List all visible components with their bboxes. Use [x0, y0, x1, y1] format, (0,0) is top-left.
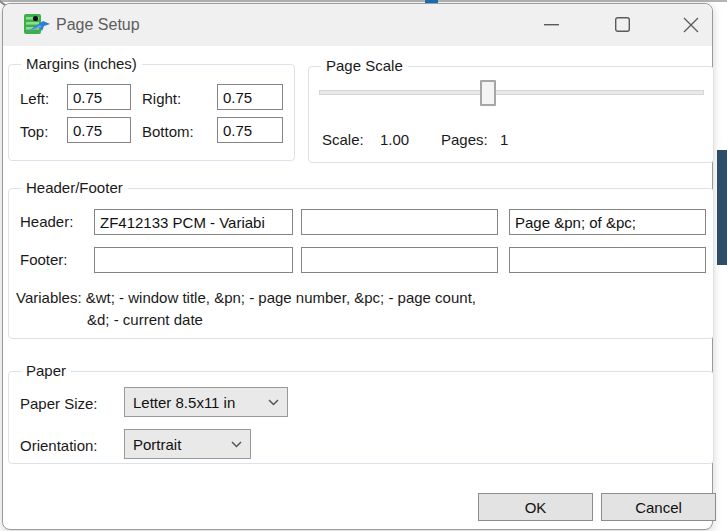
maximize-button[interactable] [599, 4, 645, 45]
footer-field-2[interactable] [301, 247, 498, 273]
minimize-button[interactable] [528, 4, 574, 45]
margin-right-input[interactable] [217, 84, 283, 110]
pages-value: 1 [500, 129, 508, 151]
margin-bottom-input[interactable] [217, 117, 283, 143]
pages-label: Pages: [441, 129, 488, 151]
orientation-selected-value: Portrait [133, 436, 181, 453]
margin-bottom-label: Bottom: [142, 121, 194, 143]
header-field-3[interactable] [509, 209, 706, 235]
header-label: Header: [20, 211, 73, 233]
page-scale-slider-track[interactable] [319, 90, 704, 95]
variables-help-line1: Variables: &wt; - window title, &pn; - p… [16, 287, 476, 309]
margin-right-label: Right: [142, 88, 181, 110]
page-scale-slider-thumb[interactable] [480, 80, 496, 106]
scale-label: Scale: [322, 129, 364, 151]
ok-button[interactable]: OK [478, 493, 593, 521]
margins-group: Margins (inches) [8, 64, 295, 161]
chevron-down-icon [268, 399, 279, 406]
paper-group: Paper [8, 371, 714, 464]
paper-group-legend: Paper [21, 361, 71, 381]
paper-size-label: Paper Size: [20, 393, 98, 415]
footer-field-1[interactable] [94, 247, 293, 273]
footer-label: Footer: [20, 249, 68, 271]
margin-top-input[interactable] [67, 117, 131, 143]
orientation-dropdown[interactable]: Portrait [124, 429, 251, 459]
footer-field-3[interactable] [509, 247, 706, 273]
page-setup-dialog: Page Setup Margins (inches) Left: Right:… [2, 3, 713, 530]
background-window-edge [0, 0, 727, 2]
margin-left-input[interactable] [67, 84, 131, 110]
margin-left-label: Left: [20, 88, 49, 110]
close-button[interactable] [669, 4, 712, 45]
header-footer-group-legend: Header/Footer [21, 178, 128, 198]
paper-size-selected-value: Letter 8.5x11 in [133, 394, 235, 411]
minimize-icon [544, 24, 559, 26]
page-scale-slider[interactable] [319, 80, 704, 106]
margin-top-label: Top: [20, 121, 48, 143]
variables-help-line2: &d; - current date [87, 309, 203, 331]
cancel-button[interactable]: Cancel [601, 493, 716, 521]
scale-value: 1.00 [380, 129, 409, 151]
page-setup-app-icon [23, 13, 51, 37]
title-bar[interactable]: Page Setup [3, 4, 712, 46]
chevron-down-icon [231, 441, 242, 448]
margins-group-legend: Margins (inches) [21, 54, 142, 74]
header-field-1[interactable] [94, 209, 293, 235]
orientation-label: Orientation: [20, 435, 98, 457]
close-icon [683, 17, 699, 33]
background-navy-strip [717, 150, 727, 265]
window-title: Page Setup [56, 4, 140, 46]
header-field-2[interactable] [301, 209, 498, 235]
page-scale-group-legend: Page Scale [321, 56, 408, 76]
paper-size-dropdown[interactable]: Letter 8.5x11 in [124, 387, 288, 417]
maximize-icon [615, 17, 630, 32]
